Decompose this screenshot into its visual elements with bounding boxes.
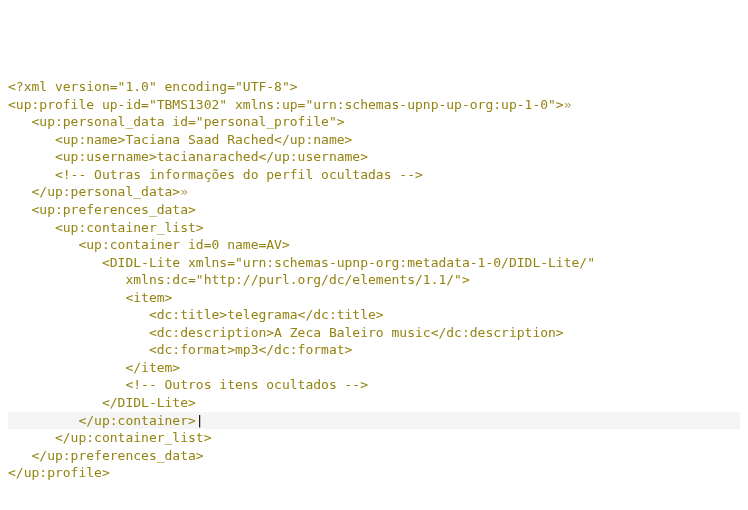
code-line: <up:name>Taciana Saad Rached</up:name> [8,131,740,149]
code-line: <!-- Outros itens ocultados --> [8,376,740,394]
code-line: <?xml version="1.0" encoding="UTF-8"> [8,78,740,96]
code-line: </up:preferences_data> [8,447,740,465]
xml-code-block: <?xml version="1.0" encoding="UTF-8"><up… [8,78,740,482]
code-line: <up:profile up-id="TBMS1302" xmlns:up="u… [8,96,740,114]
code-line: </up:personal_data>» [8,183,740,201]
code-line: </DIDL-Lite> [8,394,740,412]
code-line: </up:profile> [8,464,740,482]
code-line: <item> [8,289,740,307]
code-line: <up:username>tacianarached</up:username> [8,148,740,166]
code-line: <up:container id=0 name=AV> [8,236,740,254]
code-line: xmlns:dc="http://purl.org/dc/elements/1.… [8,271,740,289]
code-line: <dc:title>telegrama</dc:title> [8,306,740,324]
code-line: <up:preferences_data> [8,201,740,219]
code-line: </up:container_list> [8,429,740,447]
code-line: </item> [8,359,740,377]
code-line: <up:personal_data id="personal_profile"> [8,113,740,131]
code-line: <dc:description>A Zeca Baleiro music</dc… [8,324,740,342]
code-line: <!-- Outras informações do perfil oculta… [8,166,740,184]
code-line: <DIDL-Lite xmlns="urn:schemas-upnp-org:m… [8,254,740,272]
code-line: <dc:format>mp3</dc:format> [8,341,740,359]
code-line: </up:container>| [8,412,740,430]
code-line: <up:container_list> [8,219,740,237]
